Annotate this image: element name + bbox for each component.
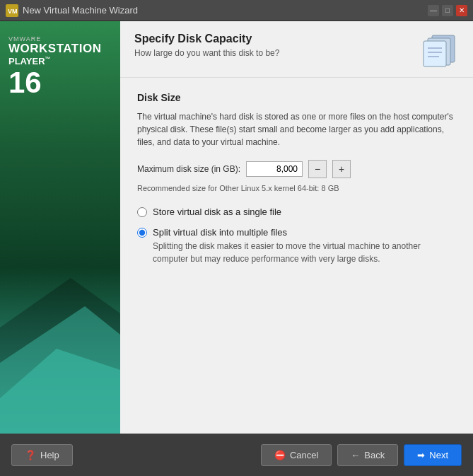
help-button[interactable]: ❓ Help: [11, 444, 73, 466]
sidebar: VMWARE WORKSTATION PLAYER™ 16: [0, 21, 120, 434]
brand-player: PLAYER™: [8, 56, 51, 66]
single-file-radio[interactable]: [137, 207, 147, 217]
footer: ❓ Help ⛔ Cancel ← Back ➡ Next: [0, 434, 473, 476]
close-button[interactable]: ✕: [456, 5, 467, 16]
cancel-label: Cancel: [290, 450, 318, 460]
next-label: Next: [429, 450, 448, 460]
disk-size-label: Maximum disk size (in GB):: [137, 164, 240, 174]
titlebar: VM New Virtual Machine Wizard — □ ✕: [0, 0, 473, 21]
brand-version: 16: [8, 68, 42, 98]
help-icon: ❓: [25, 450, 36, 460]
cancel-icon: ⛔: [274, 450, 286, 460]
header-text: Specify Disk Capacity How large do you w…: [134, 33, 279, 58]
vmware-icon: VM: [6, 4, 18, 17]
disk-split-options: Store virtual disk as a single file Spli…: [137, 207, 456, 265]
content-header: Specify Disk Capacity How large do you w…: [120, 21, 473, 78]
disk-size-row: Maximum disk size (in GB): − +: [137, 160, 456, 178]
single-file-text: Store virtual disk as a single file: [153, 207, 281, 217]
footer-left: ❓ Help: [11, 444, 73, 466]
disk-increase-button[interactable]: +: [332, 160, 351, 178]
multiple-files-radio[interactable]: [137, 228, 147, 238]
disk-decrease-button[interactable]: −: [308, 160, 327, 178]
back-button[interactable]: ← Back: [337, 444, 398, 466]
disk-size-input[interactable]: [246, 161, 303, 177]
single-file-label[interactable]: Store virtual disk as a single file: [137, 207, 456, 217]
content-panel: Specify Disk Capacity How large do you w…: [120, 21, 473, 434]
disk-files-icon: [419, 33, 459, 68]
titlebar-controls: — □ ✕: [428, 5, 467, 16]
section-title: Disk Size: [137, 92, 456, 103]
svg-rect-7: [424, 41, 446, 66]
disk-description: The virtual machine's hard disk is store…: [137, 110, 456, 149]
restore-button[interactable]: □: [442, 5, 453, 16]
recommended-text: Recommended size for Other Linux 5.x ker…: [137, 184, 456, 192]
multiple-files-option: Split virtual disk into multiple files S…: [137, 227, 456, 265]
single-file-option: Store virtual disk as a single file: [137, 207, 456, 217]
back-icon: ←: [351, 450, 360, 460]
multiple-files-description: Splitting the disk makes it easier to mo…: [153, 240, 456, 265]
brand-workstation: WORKSTATION: [8, 42, 101, 56]
minimize-button[interactable]: —: [428, 5, 439, 16]
main-area: VMWARE WORKSTATION PLAYER™ 16 Specify Di…: [0, 21, 473, 434]
svg-text:VM: VM: [8, 8, 18, 15]
page-title: Specify Disk Capacity: [134, 33, 279, 45]
multiple-files-label[interactable]: Split virtual disk into multiple files: [137, 227, 456, 238]
page-subtitle: How large do you want this disk to be?: [134, 48, 279, 58]
back-label: Back: [364, 450, 385, 460]
titlebar-left: VM New Virtual Machine Wizard: [6, 4, 138, 17]
titlebar-title: New Virtual Machine Wizard: [23, 5, 138, 16]
cancel-button[interactable]: ⛔ Cancel: [261, 444, 332, 466]
next-icon: ➡: [417, 450, 425, 460]
multiple-files-text: Split virtual disk into multiple files: [153, 227, 287, 238]
sidebar-logo: VMWARE WORKSTATION PLAYER™ 16: [8, 35, 101, 98]
help-label: Help: [40, 450, 59, 460]
content-body: Disk Size The virtual machine's hard dis…: [120, 78, 473, 434]
next-button[interactable]: ➡ Next: [404, 444, 462, 466]
footer-right: ⛔ Cancel ← Back ➡ Next: [261, 444, 462, 466]
header-disk-icon: [419, 33, 459, 70]
sidebar-decoration: [0, 221, 120, 434]
